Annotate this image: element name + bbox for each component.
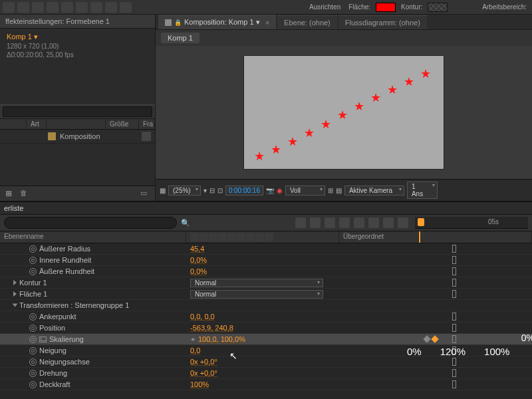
switch-6[interactable] [368,217,379,228]
views-dropdown[interactable]: 1 Ans [407,182,438,199]
stopwatch-icon[interactable] [29,313,37,321]
keyframe-marker[interactable] [431,335,438,342]
graph-icon[interactable] [39,336,47,342]
tool-8[interactable] [105,2,117,13]
zoom-dropdown[interactable]: (25%) [168,186,201,196]
prop-row-innere-rundheit[interactable]: Innere Rundheit0,0% [0,255,532,266]
stopwatch-icon[interactable] [29,245,37,253]
project-search[interactable] [3,106,152,117]
tool-9[interactable] [120,2,132,13]
expression-pickwhip-icon[interactable] [452,324,456,332]
align-label[interactable]: Ausrichten [309,3,340,11]
prop-value[interactable]: 0,0% [190,256,207,264]
tab-layer[interactable]: Ebene: (ohne) [277,15,337,29]
effects-tab[interactable]: ffekteinstellungen: Formebene 1 [0,15,155,29]
expression-pickwhip-icon[interactable] [452,267,456,275]
expression-pickwhip-icon[interactable] [452,335,456,343]
col-size[interactable]: Größe [106,119,139,129]
tool-3[interactable] [32,2,44,13]
expression-pickwhip-icon[interactable] [452,313,456,321]
layer-search[interactable] [4,217,177,229]
prop-value[interactable]: 45,4 [190,245,204,253]
prop-row-drehung[interactable]: Drehung0x +0,0° [0,368,532,379]
stopwatch-icon[interactable] [29,257,37,264]
camera-dropdown[interactable]: Aktive Kamera [344,186,404,196]
switch-3[interactable] [325,217,335,228]
workspace-label[interactable]: Arbeitsbereich: [482,3,527,11]
mask-icon[interactable]: ▤ [336,187,342,194]
prop-value[interactable]: 100,0, 100,0% [198,335,245,343]
switch-8[interactable] [398,217,408,228]
prop-value[interactable]: -563,9, 240,8 [190,324,233,332]
layers-tab[interactable]: erliste [0,201,532,214]
prop-row-position[interactable]: Position-563,9, 240,8 [0,323,532,334]
tool-4[interactable] [47,2,59,13]
expression-pickwhip-icon[interactable] [452,358,456,366]
switch-4[interactable] [339,217,350,228]
expression-pickwhip-icon[interactable] [452,256,456,264]
stopwatch-icon[interactable] [29,347,37,354]
link-icon[interactable]: ⚭ [190,336,196,343]
prop-row-skalierung[interactable]: Skalierung⚭100,0, 100,0%0% [0,334,532,345]
bpc-icon[interactable]: ▦ [5,189,15,198]
prop-value[interactable]: 0x +0,0° [190,369,217,377]
switch-7[interactable] [383,217,394,228]
prop-row-ankerpunkt[interactable]: Ankerpunkt0,0, 0,0 [0,311,532,323]
res-icon-3[interactable]: ⊡ [217,187,223,194]
prop-value[interactable]: 100% [190,380,209,388]
prop-row-fl-che-[interactable]: Fläche 1Normal [0,289,532,300]
expression-pickwhip-icon[interactable] [452,290,456,298]
col-layer-name[interactable]: Ebenenname [0,231,186,243]
timecode[interactable]: 0:00:00:16 [225,186,263,196]
switch-5[interactable] [354,217,364,228]
expression-pickwhip-icon[interactable] [452,346,456,354]
expression-pickwhip-icon[interactable] [452,245,456,253]
stopwatch-icon[interactable] [29,268,37,275]
stopwatch-icon[interactable] [29,370,37,377]
tab-flowchart[interactable]: Flussdiagramm: (ohne) [338,15,427,29]
switch-1[interactable] [295,217,306,228]
grid-icon[interactable]: ▦ [160,187,166,194]
close-icon[interactable]: × [265,19,269,27]
expression-pickwhip-icon[interactable] [452,380,456,388]
blend-mode-dropdown[interactable]: Normal [190,290,323,299]
channel-icon[interactable]: ◉ [277,187,283,194]
switch-2[interactable] [310,217,321,228]
prop-row-transformieren-sternengruppe-[interactable]: Transformieren : Sternengruppe 1 [0,300,532,311]
prop-row-kontur-[interactable]: Kontur 1Normal [0,277,532,289]
comp-name[interactable]: Komp 1 ▾ [7,33,148,41]
stopwatch-icon[interactable] [29,381,37,388]
prop-row-deckkraft[interactable]: Deckkraft100% [0,379,532,390]
prop-value[interactable]: 0,0% [190,267,207,275]
new-folder-icon[interactable]: ▭ [140,189,150,198]
blend-mode-dropdown[interactable]: Normal [190,279,323,287]
trash-icon[interactable]: 🗑 [20,189,29,198]
composition-canvas[interactable]: ★ ★ ★ ★ ★ ★ ★ ★ ★ ★ ★ [244,56,444,169]
disclosure-triangle-icon[interactable] [13,280,17,285]
grid-toggle-icon[interactable]: ⊞ [328,187,333,194]
tool-1[interactable] [3,2,15,13]
tool-5[interactable] [61,2,73,13]
flowchart-icon[interactable] [142,132,151,141]
stopwatch-icon[interactable] [29,358,37,366]
res-icon-1[interactable]: ▾ [203,187,207,194]
prop-row--u-ere-rundheit[interactable]: Äußere Rundheit0,0% [0,266,532,277]
disclosure-triangle-icon[interactable] [13,291,17,297]
disclosure-triangle-icon[interactable] [13,304,18,307]
col-fra[interactable]: Fra [139,119,155,129]
prop-row--u-erer-radius[interactable]: Äußerer Radius45,4 [0,243,532,255]
prop-row-neigung[interactable]: Neigung0,0 [0,345,532,356]
snapshot-icon[interactable]: 📷 [266,187,274,194]
expression-pickwhip-icon[interactable] [452,279,456,287]
prop-value[interactable]: 0,0, 0,0 [190,313,215,321]
stroke-swatch[interactable] [428,3,448,12]
res-icon-2[interactable]: ⊟ [209,187,215,194]
prop-row-neigungsachse[interactable]: Neigungsachse0x +0,0° [0,356,532,368]
prop-value[interactable]: 0x +0,0° [190,358,217,366]
stopwatch-icon[interactable] [29,325,37,332]
keyframe-marker[interactable] [423,335,430,342]
tool-2[interactable] [17,2,29,13]
tab-composition[interactable]: 🔒 Komposition: Komp 1 ▾ × [158,15,276,29]
project-item-komposition[interactable]: Komposition [0,130,155,144]
fill-swatch[interactable] [376,3,396,12]
